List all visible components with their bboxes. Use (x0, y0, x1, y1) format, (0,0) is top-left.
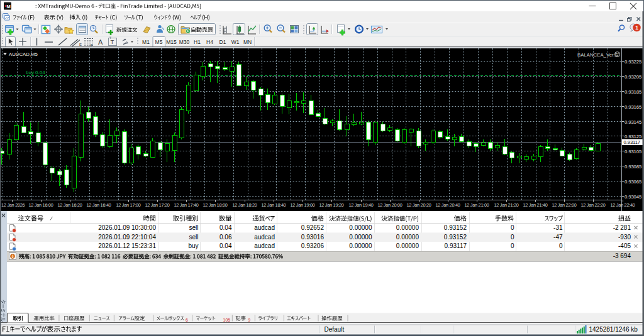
svg-text:12 Jan 22:00: 12 Jan 22:00 (552, 202, 576, 208)
svg-text:0.93145: 0.93145 (625, 119, 641, 125)
svg-text:0: 0 (511, 224, 514, 231)
svg-text:0.00000: 0.00000 (396, 224, 419, 231)
svg-text:H4: H4 (206, 39, 213, 45)
svg-text:12 Jan 19:20: 12 Jan 19:20 (319, 202, 343, 208)
svg-text:0.93105: 0.93105 (625, 149, 641, 154)
svg-text:audcad: audcad (254, 242, 275, 249)
svg-text:0: 0 (559, 242, 563, 249)
svg-text:12 Jan 20:00: 12 Jan 20:00 (377, 202, 402, 208)
svg-text:1425281/1246 kb: 1425281/1246 kb (589, 326, 638, 333)
svg-text:0.93016: 0.93016 (301, 234, 325, 241)
svg-text:-2 281: -2 281 (613, 224, 631, 231)
svg-text:-930: -930 (618, 234, 631, 241)
svg-text:E: E (79, 43, 82, 46)
svg-text:12 Jan 20:20: 12 Jan 20:20 (406, 202, 431, 208)
svg-text:12 Jan 22:20: 12 Jan 22:20 (580, 202, 605, 208)
svg-text:0.92652: 0.92652 (301, 224, 325, 231)
svg-text:0.93117: 0.93117 (624, 139, 641, 145)
svg-text:buy 0.04: buy 0.04 (26, 70, 45, 75)
svg-text:0.93152: 0.93152 (444, 234, 467, 241)
svg-text:0.93125: 0.93125 (625, 134, 641, 139)
svg-text:12 Jan 18:20: 12 Jan 18:20 (232, 202, 257, 208)
svg-text:BALANCEA_Ver.S: BALANCEA_Ver.S (577, 52, 618, 58)
svg-text:M1: M1 (142, 39, 150, 45)
svg-text:12 Jan 16:00: 12 Jan 16:00 (28, 202, 53, 208)
svg-text:Default: Default (325, 326, 345, 333)
svg-text:sell: sell (189, 224, 198, 231)
svg-text:0.93165: 0.93165 (625, 104, 641, 110)
svg-text:D1: D1 (219, 39, 226, 45)
svg-text:0.04: 0.04 (219, 224, 232, 231)
svg-text:0.93045: 0.93045 (625, 194, 641, 200)
svg-text:9: 9 (248, 318, 250, 322)
svg-text:0.04: 0.04 (219, 242, 232, 249)
svg-text:M15: M15 (166, 39, 177, 45)
svg-text:2026.01.09 22:10:04: 2026.01.09 22:10:04 (98, 234, 156, 241)
svg-text:12 Jan 16:20: 12 Jan 16:20 (57, 202, 82, 208)
svg-text:12 Jan 19:40: 12 Jan 19:40 (348, 202, 373, 208)
svg-text:12 Jan 18:00: 12 Jan 18:00 (203, 202, 227, 208)
svg-text:AUDCAD,M5: AUDCAD,M5 (9, 51, 38, 57)
svg-text:-47: -47 (553, 234, 563, 241)
svg-text:12 Jan 17:20: 12 Jan 17:20 (145, 202, 169, 208)
svg-text:0.06: 0.06 (219, 234, 232, 241)
svg-text:M30: M30 (179, 39, 190, 45)
svg-text:12 Jan 21:00: 12 Jan 21:00 (464, 202, 489, 208)
svg-text:0: 0 (511, 242, 514, 249)
svg-text:0.93117: 0.93117 (445, 242, 467, 249)
svg-text:W1: W1 (231, 39, 240, 45)
svg-text:0.93205: 0.93205 (625, 74, 641, 80)
svg-text:12 Jan 2026: 12 Jan 2026 (1, 202, 25, 208)
svg-text:sell: sell (189, 234, 198, 241)
svg-text:12 Jan 16:40: 12 Jan 16:40 (86, 202, 111, 208)
svg-text:0.00000: 0.00000 (349, 234, 372, 241)
svg-text:0.00000: 0.00000 (349, 224, 372, 231)
svg-text:12 Jan 17:40: 12 Jan 17:40 (174, 202, 198, 208)
svg-text:M5: M5 (155, 39, 163, 45)
svg-text:12 Jan 19:00: 12 Jan 19:00 (290, 202, 314, 208)
svg-text:audcad: audcad (254, 234, 275, 241)
svg-text:2026.01.12 15:23:31: 2026.01.12 15:23:31 (98, 242, 156, 249)
svg-text:MN: MN (243, 39, 252, 45)
svg-text:0: 0 (511, 234, 514, 241)
svg-text:0.00000: 0.00000 (349, 242, 372, 249)
svg-text:H1: H1 (194, 39, 201, 45)
svg-text:0.93152: 0.93152 (444, 224, 467, 231)
svg-text:12 Jan 18:40: 12 Jan 18:40 (261, 202, 286, 208)
svg-text:0.93085: 0.93085 (625, 164, 641, 170)
svg-text:12 Jan 20:40: 12 Jan 20:40 (435, 202, 460, 208)
svg-text:M: M (7, 4, 11, 9)
svg-text:T: T (111, 38, 114, 45)
svg-text:0.93065: 0.93065 (625, 179, 641, 185)
svg-text:12 Jan 21:40: 12 Jan 21:40 (523, 202, 547, 208)
svg-text:-3 694: -3 694 (613, 252, 631, 259)
svg-text:-405: -405 (618, 242, 631, 249)
svg-text:12 Jan 22:40: 12 Jan 22:40 (610, 202, 635, 208)
svg-text:6: 6 (186, 318, 188, 322)
svg-text:0.93225: 0.93225 (625, 59, 641, 65)
svg-text:1: 1 (635, 24, 638, 31)
svg-text:-31: -31 (553, 224, 563, 231)
svg-text:2026.01.09 10:30:00: 2026.01.09 10:30:00 (98, 224, 156, 231)
svg-text:0.93185: 0.93185 (625, 89, 641, 95)
svg-text:buy: buy (188, 242, 198, 249)
svg-text:12 Jan 21:20: 12 Jan 21:20 (494, 202, 518, 208)
svg-text:audcad: audcad (254, 224, 275, 231)
svg-text:105: 105 (223, 318, 231, 322)
svg-text:0.00000: 0.00000 (396, 234, 419, 241)
svg-text:0.00000: 0.00000 (396, 242, 419, 249)
svg-text:0.93206: 0.93206 (301, 242, 325, 249)
svg-text:A: A (98, 38, 103, 46)
svg-text:12 Jan 17:00: 12 Jan 17:00 (116, 202, 140, 208)
